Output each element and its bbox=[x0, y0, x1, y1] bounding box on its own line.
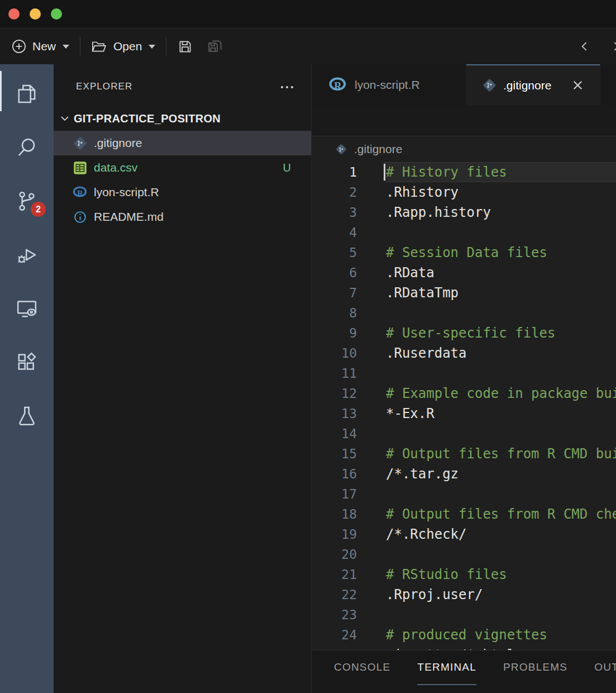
git-icon bbox=[483, 79, 496, 92]
nav-back-button[interactable] bbox=[577, 39, 592, 54]
chevron-down-icon bbox=[60, 116, 69, 121]
code-line-text: # Example code in package build process bbox=[384, 383, 616, 404]
code-line-text: # History files bbox=[384, 162, 616, 182]
panel-tab-console[interactable]: CONSOLE bbox=[334, 651, 390, 685]
panel-tab-terminal[interactable]: TERMINAL bbox=[417, 651, 476, 685]
search-icon bbox=[16, 136, 38, 159]
code-line[interactable]: 23 bbox=[312, 605, 616, 625]
activity-item-extensions[interactable] bbox=[0, 335, 54, 389]
code-line-text: # Output files from R CMD build bbox=[384, 444, 616, 464]
code-line[interactable]: 10.Ruserdata bbox=[312, 343, 616, 363]
line-number: 1 bbox=[312, 162, 357, 182]
code-line[interactable]: 11 bbox=[312, 363, 616, 383]
nav-forward-button[interactable] bbox=[609, 39, 616, 54]
save-icon bbox=[177, 39, 193, 55]
activity-bar: 2 bbox=[0, 64, 54, 693]
code-line[interactable]: 14 bbox=[312, 424, 616, 444]
close-icon[interactable] bbox=[572, 80, 583, 91]
activity-item-testing[interactable] bbox=[0, 389, 54, 443]
open-button[interactable]: Open bbox=[91, 39, 155, 54]
code-line[interactable]: 19/*.Rcheck/ bbox=[312, 524, 616, 544]
editor-group: R lyon-script.R .gitignore .gitignore 1# bbox=[312, 64, 616, 693]
code-line[interactable]: 4 bbox=[312, 222, 616, 243]
explorer-more-actions-button[interactable] bbox=[280, 82, 294, 92]
code-line-text bbox=[384, 484, 616, 504]
code-line[interactable]: 18# Output files from R CMD check bbox=[312, 504, 616, 524]
code-line[interactable]: 3.Rapp.history bbox=[312, 202, 616, 222]
line-number: 5 bbox=[312, 243, 357, 263]
code-line[interactable]: 13*-Ex.R bbox=[312, 404, 616, 424]
file-row-lyon-script[interactable]: R lyon-script.R bbox=[54, 180, 311, 205]
panel-tab-output[interactable]: OUTPUT bbox=[594, 651, 616, 685]
code-line-text: .RDataTmp bbox=[384, 283, 616, 303]
git-icon bbox=[336, 144, 346, 154]
git-status-untracked-badge: U bbox=[283, 162, 291, 174]
tab-label: .gitignore bbox=[503, 79, 551, 92]
code-line[interactable]: 6.RData bbox=[312, 263, 616, 283]
extensions-icon bbox=[16, 351, 38, 373]
code-line[interactable]: 15# Output files from R CMD build bbox=[312, 444, 616, 464]
code-line-text bbox=[384, 222, 616, 243]
activity-item-search[interactable] bbox=[0, 121, 54, 174]
activity-item-explorer[interactable] bbox=[0, 67, 54, 121]
code-line[interactable]: 25vignettes/*.html bbox=[312, 645, 616, 650]
code-editor[interactable]: 1# History files2.Rhistory3.Rapp.history… bbox=[312, 162, 616, 650]
r-logo-icon: R bbox=[72, 186, 88, 198]
plus-circle-icon bbox=[11, 39, 27, 54]
tab-gitignore[interactable]: .gitignore bbox=[466, 64, 600, 105]
code-line[interactable]: 5# Session Data files bbox=[312, 243, 616, 263]
code-line[interactable]: 1# History files bbox=[312, 162, 616, 182]
file-row-data-csv[interactable]: data.csv U bbox=[54, 155, 311, 180]
code-line[interactable]: 12# Example code in package build proces… bbox=[312, 383, 616, 404]
editor-tab-bar: R lyon-script.R .gitignore bbox=[312, 64, 616, 105]
new-button-label: New bbox=[32, 40, 56, 53]
code-line-text: # User-specific files bbox=[384, 323, 616, 343]
code-line[interactable]: 17 bbox=[312, 484, 616, 504]
chevron-down-icon bbox=[149, 45, 155, 49]
tab-lyon-script[interactable]: R lyon-script.R bbox=[312, 64, 466, 105]
activity-item-source-control[interactable]: 2 bbox=[0, 174, 54, 228]
panel-tab-problems[interactable]: PROBLEMS bbox=[503, 651, 567, 685]
file-row-gitignore[interactable]: .gitignore bbox=[54, 131, 311, 155]
save-button[interactable] bbox=[177, 39, 193, 55]
explorer-root-folder[interactable]: GIT-PRACTICE_POSITRON bbox=[54, 106, 311, 131]
line-number: 3 bbox=[312, 202, 357, 222]
file-row-readme[interactable]: README.md bbox=[54, 205, 311, 229]
info-icon bbox=[72, 210, 88, 224]
code-line-text: /*.tar.gz bbox=[384, 464, 616, 484]
code-line-text: # Output files from R CMD check bbox=[384, 504, 616, 524]
code-line-text: .RData bbox=[384, 263, 616, 283]
code-line[interactable]: 2.Rhistory bbox=[312, 182, 616, 202]
chevron-right-icon bbox=[609, 39, 616, 54]
line-number: 12 bbox=[312, 383, 357, 404]
save-all-button[interactable] bbox=[207, 39, 224, 55]
code-line[interactable]: 20 bbox=[312, 544, 616, 564]
activity-item-run-debug[interactable] bbox=[0, 228, 54, 282]
code-line[interactable]: 8 bbox=[312, 303, 616, 323]
traffic-light-zoom[interactable] bbox=[51, 8, 62, 20]
code-line[interactable]: 22.Rproj.user/ bbox=[312, 585, 616, 605]
breadcrumb-item-filename[interactable]: .gitignore bbox=[354, 143, 402, 156]
code-line-text: .Rhistory bbox=[384, 182, 616, 202]
traffic-light-minimize[interactable] bbox=[30, 8, 41, 20]
new-button[interactable]: New bbox=[11, 39, 69, 54]
files-icon bbox=[16, 83, 38, 105]
code-line[interactable]: 16/*.tar.gz bbox=[312, 464, 616, 484]
traffic-light-close[interactable] bbox=[8, 8, 20, 20]
code-line-text bbox=[384, 363, 616, 383]
ellipsis-icon bbox=[280, 85, 294, 89]
activity-item-sessions[interactable] bbox=[0, 282, 54, 335]
csv-table-icon bbox=[72, 161, 88, 175]
code-line[interactable]: 9# User-specific files bbox=[312, 323, 616, 343]
line-number: 21 bbox=[312, 564, 357, 585]
editor-header-spacer bbox=[312, 105, 616, 136]
git-icon bbox=[72, 139, 88, 148]
file-name: .gitignore bbox=[94, 136, 142, 150]
code-line[interactable]: 7.RDataTmp bbox=[312, 283, 616, 303]
line-number: 18 bbox=[312, 504, 357, 524]
open-folder-icon bbox=[91, 39, 108, 54]
toolbar-divider bbox=[166, 37, 166, 56]
code-line[interactable]: 24# produced vignettes bbox=[312, 625, 616, 645]
chevron-left-icon bbox=[577, 39, 592, 54]
code-line[interactable]: 21# RStudio files bbox=[312, 564, 616, 585]
